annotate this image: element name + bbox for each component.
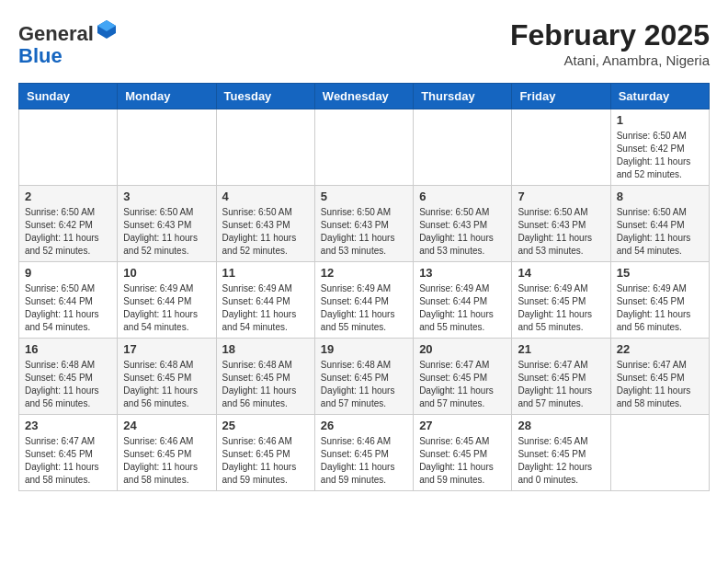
- day-number: 17: [123, 342, 210, 356]
- day-number: 14: [518, 266, 604, 280]
- calendar-cell: [118, 109, 216, 186]
- calendar-header-row: SundayMondayTuesdayWednesdayThursdayFrid…: [19, 84, 710, 109]
- day-number: 23: [25, 419, 111, 432]
- calendar-table: SundayMondayTuesdayWednesdayThursdayFrid…: [18, 83, 710, 491]
- day-info: Sunrise: 6:49 AM Sunset: 6:45 PM Dayligh…: [617, 282, 703, 334]
- day-number: 15: [617, 266, 703, 280]
- day-info: Sunrise: 6:48 AM Sunset: 6:45 PM Dayligh…: [25, 359, 111, 410]
- day-info: Sunrise: 6:47 AM Sunset: 6:45 PM Dayligh…: [617, 359, 703, 410]
- calendar-cell: 24Sunrise: 6:46 AM Sunset: 6:45 PM Dayli…: [118, 415, 216, 491]
- calendar-cell: [512, 109, 610, 186]
- day-number: 27: [419, 419, 506, 432]
- logo-icon: [96, 18, 118, 40]
- calendar-cell: 14Sunrise: 6:49 AM Sunset: 6:45 PM Dayli…: [512, 262, 610, 339]
- calendar-cell: 3Sunrise: 6:50 AM Sunset: 6:43 PM Daylig…: [118, 186, 216, 262]
- calendar-cell: [314, 109, 413, 186]
- day-info: Sunrise: 6:49 AM Sunset: 6:45 PM Dayligh…: [518, 282, 604, 334]
- calendar-cell: [610, 415, 709, 491]
- weekday-header: Sunday: [19, 84, 118, 109]
- day-info: Sunrise: 6:47 AM Sunset: 6:45 PM Dayligh…: [518, 359, 604, 410]
- calendar-week-row: 23Sunrise: 6:47 AM Sunset: 6:45 PM Dayli…: [19, 415, 710, 491]
- day-number: 5: [321, 190, 407, 203]
- day-number: 26: [321, 419, 407, 432]
- day-number: 20: [419, 342, 506, 356]
- calendar-week-row: 16Sunrise: 6:48 AM Sunset: 6:45 PM Dayli…: [19, 339, 710, 415]
- month-title: February 2025: [510, 18, 710, 52]
- day-info: Sunrise: 6:49 AM Sunset: 6:44 PM Dayligh…: [222, 282, 309, 334]
- title-block: February 2025 Atani, Anambra, Nigeria: [510, 18, 710, 68]
- day-number: 13: [419, 266, 506, 280]
- day-number: 11: [222, 266, 309, 280]
- calendar-cell: 13Sunrise: 6:49 AM Sunset: 6:44 PM Dayli…: [414, 262, 512, 339]
- day-info: Sunrise: 6:48 AM Sunset: 6:45 PM Dayligh…: [123, 359, 210, 410]
- day-number: 8: [617, 190, 703, 203]
- day-info: Sunrise: 6:48 AM Sunset: 6:45 PM Dayligh…: [222, 359, 309, 410]
- day-number: 3: [123, 190, 210, 203]
- day-number: 18: [222, 342, 309, 356]
- calendar-cell: 2Sunrise: 6:50 AM Sunset: 6:42 PM Daylig…: [19, 186, 118, 262]
- day-info: Sunrise: 6:47 AM Sunset: 6:45 PM Dayligh…: [25, 435, 111, 487]
- calendar-cell: 10Sunrise: 6:49 AM Sunset: 6:44 PM Dayli…: [118, 262, 216, 339]
- calendar-week-row: 9Sunrise: 6:50 AM Sunset: 6:44 PM Daylig…: [19, 262, 710, 339]
- calendar-cell: 21Sunrise: 6:47 AM Sunset: 6:45 PM Dayli…: [512, 339, 610, 415]
- calendar-cell: 27Sunrise: 6:45 AM Sunset: 6:45 PM Dayli…: [414, 415, 512, 491]
- day-info: Sunrise: 6:50 AM Sunset: 6:43 PM Dayligh…: [419, 206, 506, 258]
- weekday-header: Thursday: [414, 84, 512, 109]
- calendar-cell: [216, 109, 314, 186]
- calendar-cell: 18Sunrise: 6:48 AM Sunset: 6:45 PM Dayli…: [216, 339, 314, 415]
- day-info: Sunrise: 6:46 AM Sunset: 6:45 PM Dayligh…: [222, 435, 309, 487]
- calendar-week-row: 2Sunrise: 6:50 AM Sunset: 6:42 PM Daylig…: [19, 186, 710, 262]
- calendar-cell: [19, 109, 118, 186]
- day-number: 6: [419, 190, 506, 203]
- day-info: Sunrise: 6:50 AM Sunset: 6:43 PM Dayligh…: [321, 206, 407, 258]
- day-info: Sunrise: 6:46 AM Sunset: 6:45 PM Dayligh…: [123, 435, 210, 487]
- calendar-cell: 28Sunrise: 6:45 AM Sunset: 6:45 PM Dayli…: [512, 415, 610, 491]
- calendar-cell: 11Sunrise: 6:49 AM Sunset: 6:44 PM Dayli…: [216, 262, 314, 339]
- day-number: 7: [518, 190, 604, 203]
- day-info: Sunrise: 6:45 AM Sunset: 6:45 PM Dayligh…: [419, 435, 506, 487]
- calendar-cell: 23Sunrise: 6:47 AM Sunset: 6:45 PM Dayli…: [19, 415, 118, 491]
- weekday-header: Tuesday: [216, 84, 314, 109]
- day-number: 16: [25, 342, 111, 356]
- calendar-cell: 1Sunrise: 6:50 AM Sunset: 6:42 PM Daylig…: [610, 109, 709, 186]
- day-info: Sunrise: 6:48 AM Sunset: 6:45 PM Dayligh…: [321, 359, 407, 410]
- weekday-header: Wednesday: [314, 84, 413, 109]
- day-info: Sunrise: 6:46 AM Sunset: 6:45 PM Dayligh…: [321, 435, 407, 487]
- calendar-cell: 17Sunrise: 6:48 AM Sunset: 6:45 PM Dayli…: [118, 339, 216, 415]
- calendar-cell: 5Sunrise: 6:50 AM Sunset: 6:43 PM Daylig…: [314, 186, 413, 262]
- day-info: Sunrise: 6:50 AM Sunset: 6:43 PM Dayligh…: [518, 206, 604, 258]
- weekday-header: Monday: [118, 84, 216, 109]
- day-info: Sunrise: 6:50 AM Sunset: 6:44 PM Dayligh…: [25, 282, 111, 334]
- day-info: Sunrise: 6:45 AM Sunset: 6:45 PM Dayligh…: [518, 435, 604, 487]
- logo: General Blue: [18, 18, 118, 67]
- day-number: 9: [25, 266, 111, 280]
- day-info: Sunrise: 6:50 AM Sunset: 6:44 PM Dayligh…: [617, 206, 703, 258]
- calendar-cell: 12Sunrise: 6:49 AM Sunset: 6:44 PM Dayli…: [314, 262, 413, 339]
- day-info: Sunrise: 6:49 AM Sunset: 6:44 PM Dayligh…: [419, 282, 506, 334]
- day-number: 24: [123, 419, 210, 432]
- day-number: 2: [25, 190, 111, 203]
- day-number: 25: [222, 419, 309, 432]
- day-number: 10: [123, 266, 210, 280]
- day-number: 22: [617, 342, 703, 356]
- day-info: Sunrise: 6:50 AM Sunset: 6:42 PM Dayligh…: [617, 130, 703, 181]
- day-info: Sunrise: 6:50 AM Sunset: 6:43 PM Dayligh…: [222, 206, 309, 258]
- day-info: Sunrise: 6:47 AM Sunset: 6:45 PM Dayligh…: [419, 359, 506, 410]
- calendar-cell: 20Sunrise: 6:47 AM Sunset: 6:45 PM Dayli…: [414, 339, 512, 415]
- logo-general-text: General: [18, 22, 94, 45]
- calendar-cell: 16Sunrise: 6:48 AM Sunset: 6:45 PM Dayli…: [19, 339, 118, 415]
- day-number: 19: [321, 342, 407, 356]
- calendar-cell: 19Sunrise: 6:48 AM Sunset: 6:45 PM Dayli…: [314, 339, 413, 415]
- calendar-cell: 26Sunrise: 6:46 AM Sunset: 6:45 PM Dayli…: [314, 415, 413, 491]
- calendar-cell: 6Sunrise: 6:50 AM Sunset: 6:43 PM Daylig…: [414, 186, 512, 262]
- weekday-header: Friday: [512, 84, 610, 109]
- weekday-header: Saturday: [610, 84, 709, 109]
- calendar-cell: 15Sunrise: 6:49 AM Sunset: 6:45 PM Dayli…: [610, 262, 709, 339]
- calendar-cell: 25Sunrise: 6:46 AM Sunset: 6:45 PM Dayli…: [216, 415, 314, 491]
- calendar-cell: 4Sunrise: 6:50 AM Sunset: 6:43 PM Daylig…: [216, 186, 314, 262]
- day-number: 1: [617, 113, 703, 127]
- calendar-cell: 9Sunrise: 6:50 AM Sunset: 6:44 PM Daylig…: [19, 262, 118, 339]
- day-info: Sunrise: 6:49 AM Sunset: 6:44 PM Dayligh…: [123, 282, 210, 334]
- calendar-cell: 8Sunrise: 6:50 AM Sunset: 6:44 PM Daylig…: [610, 186, 709, 262]
- day-number: 12: [321, 266, 407, 280]
